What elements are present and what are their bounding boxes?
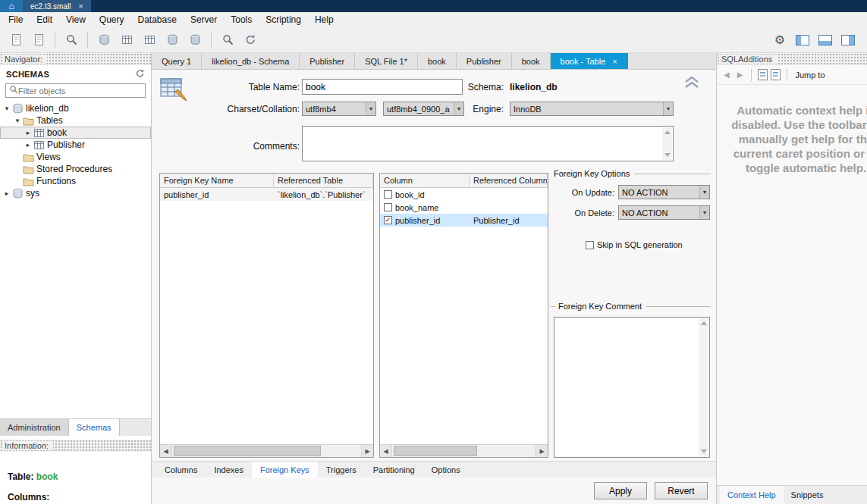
- collapse-header-icon[interactable]: [683, 74, 701, 92]
- collation-select[interactable]: utf8mb4_0900_a▾: [383, 102, 464, 116]
- tree-item-stored-procedures[interactable]: Stored Procedures: [0, 163, 151, 175]
- editor-tab-partitioning[interactable]: Partitioning: [365, 462, 423, 477]
- tab-likelion-db-schema[interactable]: likelion_db - Schema: [202, 53, 300, 69]
- comments-textarea[interactable]: [303, 127, 673, 161]
- column-grid-hscrollbar[interactable]: ◀ ▶: [380, 444, 548, 457]
- menu-query[interactable]: Query: [93, 13, 131, 27]
- column-checkbox[interactable]: [384, 203, 392, 211]
- column-row-book-name[interactable]: book_name: [380, 201, 548, 214]
- toggle-output-area-icon[interactable]: [815, 31, 835, 49]
- fk-comment-textarea[interactable]: [554, 318, 709, 457]
- fk-grid-body[interactable]: publisher_id`likelion_db`.`Publisher`: [160, 188, 373, 444]
- sidebar-tab-administration[interactable]: Administration: [0, 419, 69, 436]
- refresh-schemas-icon[interactable]: [135, 68, 145, 80]
- panel-tab-context-help[interactable]: Context Help: [720, 486, 784, 504]
- expander-icon[interactable]: ▾: [13, 117, 22, 124]
- scroll-right-icon[interactable]: ▶: [361, 445, 373, 457]
- menu-file[interactable]: File: [2, 13, 30, 27]
- tab-query-1[interactable]: Query 1: [152, 53, 202, 69]
- tree-item-tables[interactable]: ▾Tables: [0, 114, 151, 127]
- toggle-automatic-help-icon[interactable]: [771, 69, 781, 80]
- search-table-data-icon[interactable]: [218, 31, 237, 49]
- menu-edit[interactable]: Edit: [30, 13, 59, 27]
- scroll-right-icon[interactable]: ▶: [536, 445, 548, 457]
- tree-item-views[interactable]: Views: [0, 151, 151, 163]
- column-row-publisher-id[interactable]: ✓publisher_idPublisher_id: [380, 214, 548, 227]
- tree-item-sys[interactable]: ▸sys: [0, 187, 151, 199]
- fk-grid-hscrollbar[interactable]: ◀ ▶: [160, 444, 373, 457]
- menu-server[interactable]: Server: [184, 13, 224, 27]
- panel-tab-snippets[interactable]: Snippets: [784, 486, 831, 504]
- engine-select[interactable]: InnoDB▾: [510, 102, 674, 116]
- table-name-input[interactable]: [302, 79, 463, 95]
- manual-context-help-icon[interactable]: [758, 69, 768, 80]
- help-back-icon[interactable]: ◀: [721, 70, 732, 79]
- menubar: FileEditViewQueryDatabaseServerToolsScri…: [0, 12, 867, 27]
- column-checkbox[interactable]: [384, 190, 392, 199]
- tree-item-functions[interactable]: Functions: [0, 175, 151, 187]
- menu-scripting[interactable]: Scripting: [259, 13, 308, 27]
- fk-grid-col-header[interactable]: Referenced Table: [274, 174, 373, 187]
- apply-button[interactable]: Apply: [594, 482, 647, 499]
- open-sql-script-icon[interactable]: [29, 31, 49, 49]
- fk-grid-col-header[interactable]: Foreign Key Name: [160, 174, 274, 187]
- scroll-left-icon[interactable]: ◀: [160, 445, 172, 457]
- foreign-key-row[interactable]: publisher_id`likelion_db`.`Publisher`: [160, 188, 373, 201]
- tab-close-icon[interactable]: ×: [612, 57, 617, 66]
- column-grid-col-header[interactable]: Column: [380, 174, 470, 187]
- create-procedure-icon[interactable]: [162, 31, 182, 49]
- expander-icon[interactable]: ▸: [2, 189, 11, 197]
- create-function-icon[interactable]: [185, 31, 205, 49]
- charset-select[interactable]: utf8mb4▾: [302, 102, 376, 116]
- tab-publisher[interactable]: Publisher: [457, 53, 512, 69]
- toggle-left-sidebar-icon[interactable]: [793, 31, 812, 49]
- home-tab-icon[interactable]: ⌂: [0, 0, 23, 12]
- menu-view[interactable]: View: [59, 13, 93, 27]
- menu-help[interactable]: Help: [308, 13, 341, 27]
- connection-tab-close-icon[interactable]: ×: [78, 2, 83, 11]
- skip-sql-generation-option[interactable]: Skip in SQL generation: [586, 240, 683, 249]
- tab-book-table[interactable]: book - Table×: [551, 53, 628, 69]
- column-checkbox[interactable]: ✓: [384, 216, 392, 224]
- help-forward-icon[interactable]: ▶: [735, 70, 746, 79]
- connection-tab[interactable]: ec2.t3.small ×: [23, 0, 91, 12]
- jump-to-dropdown[interactable]: Jump to: [795, 70, 825, 80]
- tree-item-publisher[interactable]: ▸Publisher: [0, 139, 151, 151]
- menu-tools[interactable]: Tools: [224, 13, 259, 27]
- expander-icon[interactable]: ▸: [24, 141, 33, 149]
- editor-tab-columns[interactable]: Columns: [156, 462, 206, 477]
- comments-scrollbar[interactable]: [662, 127, 672, 160]
- expander-icon[interactable]: ▸: [24, 129, 33, 136]
- filter-objects-input[interactable]: [18, 86, 145, 95]
- column-grid-col-header[interactable]: Referenced Column: [470, 174, 548, 187]
- toggle-right-sidebar-icon[interactable]: [838, 31, 858, 49]
- tree-item-book[interactable]: ▸book: [0, 127, 151, 139]
- menu-database[interactable]: Database: [131, 13, 184, 27]
- skip-sql-checkbox[interactable]: [586, 241, 594, 249]
- preferences-gear-icon[interactable]: ⚙: [770, 31, 790, 49]
- tab-publisher[interactable]: Publisher: [300, 53, 355, 69]
- tab-sql-file-1[interactable]: SQL File 1*: [355, 53, 418, 69]
- editor-tab-foreign-keys[interactable]: Foreign Keys: [252, 462, 318, 477]
- reconnect-dbms-icon[interactable]: [240, 31, 260, 49]
- editor-tab-triggers[interactable]: Triggers: [318, 462, 365, 477]
- on-delete-select[interactable]: NO ACTION▾: [618, 205, 710, 220]
- editor-tab-options[interactable]: Options: [423, 462, 469, 477]
- new-query-tab-icon[interactable]: [6, 31, 26, 49]
- tab-book[interactable]: book: [512, 53, 551, 69]
- create-table-icon[interactable]: [117, 31, 137, 49]
- on-update-select[interactable]: NO ACTION▾: [618, 185, 710, 199]
- revert-button[interactable]: Revert: [655, 482, 708, 499]
- fk-comment-scrollbar[interactable]: [699, 318, 708, 456]
- scroll-left-icon[interactable]: ◀: [380, 445, 392, 457]
- inspect-database-icon[interactable]: [61, 31, 81, 49]
- create-view-icon[interactable]: [140, 31, 159, 49]
- column-row-book-id[interactable]: book_id: [380, 188, 548, 201]
- sidebar-tab-schemas[interactable]: Schemas: [69, 419, 120, 436]
- tab-book[interactable]: book: [418, 53, 457, 69]
- create-schema-icon[interactable]: [94, 31, 114, 49]
- tree-item-likelion-db[interactable]: ▾likelion_db: [0, 102, 151, 114]
- editor-tab-indexes[interactable]: Indexes: [206, 462, 252, 477]
- column-grid-body[interactable]: book_idbook_name✓publisher_idPublisher_i…: [380, 188, 548, 444]
- expander-icon[interactable]: ▾: [2, 105, 11, 112]
